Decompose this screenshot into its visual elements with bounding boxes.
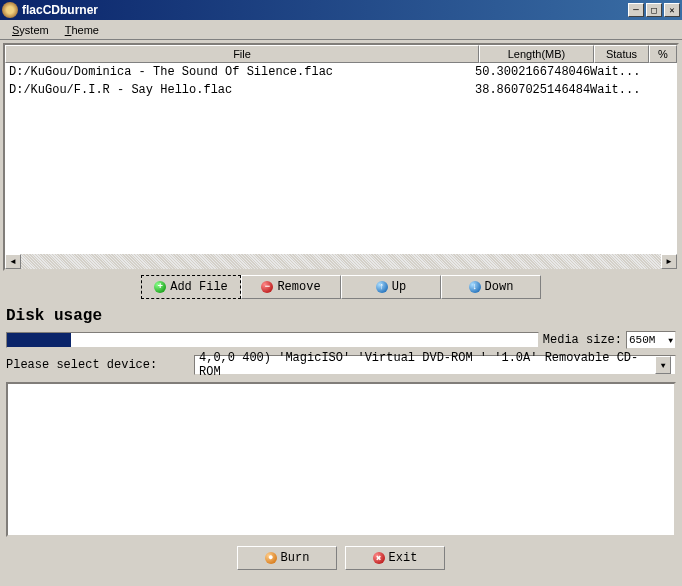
col-percent[interactable]: % (649, 45, 677, 63)
col-file[interactable]: File (5, 45, 479, 63)
scroll-right-button[interactable]: ► (661, 254, 677, 269)
burn-button[interactable]: ●Burn (237, 546, 337, 570)
device-label: Please select device: (6, 358, 186, 372)
horizontal-scrollbar[interactable]: ◄ ► (5, 253, 677, 269)
menu-theme[interactable]: Theme (57, 22, 107, 38)
add-file-label: Add File (170, 280, 228, 294)
usage-fill (7, 333, 71, 347)
menubar: System Theme (0, 20, 682, 40)
down-button[interactable]: ↓Down (441, 275, 541, 299)
cell-percent (645, 65, 673, 79)
up-button[interactable]: ↑Up (341, 275, 441, 299)
file-button-row: +Add File −Remove ↑Up ↓Down (0, 275, 682, 299)
media-size-value: 650M (629, 334, 655, 346)
media-size-select[interactable]: 650M (626, 331, 676, 349)
file-rows[interactable]: D:/KuGou/Dominica - The Sound Of Silence… (5, 63, 677, 253)
maximize-button[interactable]: □ (646, 3, 662, 17)
cell-file: D:/KuGou/Dominica - The Sound Of Silence… (9, 65, 475, 79)
file-list-header: File Length(MB) Status % (5, 45, 677, 63)
app-icon (2, 2, 18, 18)
cell-length: 50.3002166748046 (475, 65, 590, 79)
down-label: Down (485, 280, 514, 294)
burn-label: Burn (281, 551, 310, 565)
minimize-button[interactable]: ─ (628, 3, 644, 17)
minus-icon: − (261, 281, 273, 293)
device-row: Please select device: 4,0,0 400) 'MagicI… (0, 351, 682, 379)
disk-usage-title: Disk usage (0, 303, 682, 329)
burn-icon: ● (265, 552, 277, 564)
add-file-button[interactable]: +Add File (141, 275, 241, 299)
table-row[interactable]: D:/KuGou/Dominica - The Sound Of Silence… (5, 63, 677, 81)
cell-percent (645, 83, 673, 97)
cell-status: Wait... (590, 65, 645, 79)
close-button[interactable]: ✕ (664, 3, 680, 17)
usage-progress (6, 332, 539, 348)
exit-label: Exit (389, 551, 418, 565)
col-length[interactable]: Length(MB) (479, 45, 594, 63)
up-label: Up (392, 280, 406, 294)
file-list: File Length(MB) Status % D:/KuGou/Domini… (3, 43, 679, 271)
exit-button[interactable]: ✖Exit (345, 546, 445, 570)
down-icon: ↓ (469, 281, 481, 293)
cell-status: Wait... (590, 83, 645, 97)
media-size-label: Media size: (543, 333, 622, 347)
disk-usage-row: Media size: 650M (0, 329, 682, 351)
plus-icon: + (154, 281, 166, 293)
device-value: 4,0,0 400) 'MagicISO' 'Virtual DVD-ROM '… (199, 351, 655, 379)
device-select[interactable]: 4,0,0 400) 'MagicISO' 'Virtual DVD-ROM '… (194, 355, 676, 375)
titlebar: flacCDburner ─ □ ✕ (0, 0, 682, 20)
cell-length: 38.8607025146484 (475, 83, 590, 97)
bottom-button-row: ●Burn ✖Exit (0, 540, 682, 576)
remove-label: Remove (277, 280, 320, 294)
window-title: flacCDburner (22, 3, 628, 17)
col-status[interactable]: Status (594, 45, 649, 63)
exit-icon: ✖ (373, 552, 385, 564)
scroll-left-button[interactable]: ◄ (5, 254, 21, 269)
up-icon: ↑ (376, 281, 388, 293)
log-area (6, 382, 676, 537)
cell-file: D:/KuGou/F.I.R - Say Hello.flac (9, 83, 475, 97)
remove-button[interactable]: −Remove (241, 275, 341, 299)
table-row[interactable]: D:/KuGou/F.I.R - Say Hello.flac38.860702… (5, 81, 677, 99)
menu-system[interactable]: System (4, 22, 57, 38)
scroll-track[interactable] (21, 254, 661, 269)
